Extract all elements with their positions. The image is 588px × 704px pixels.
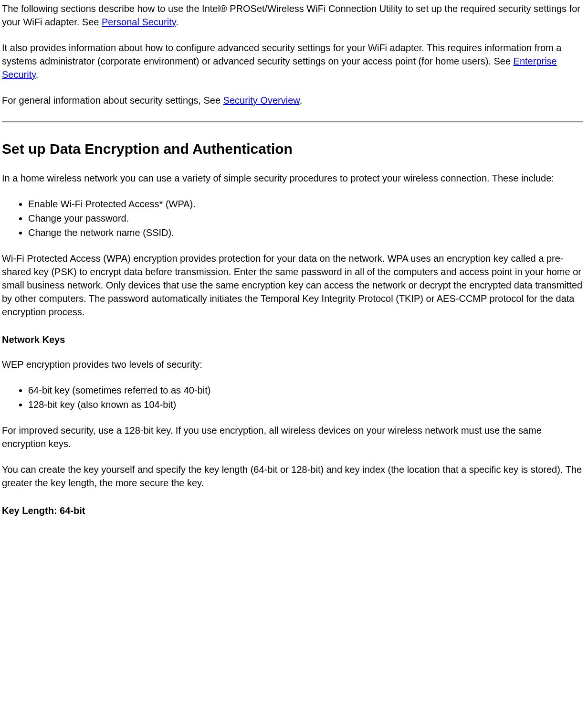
list-item: 128-bit key (also known as 104-bit) (28, 398, 583, 411)
section-intro: In a home wireless network you can use a… (2, 171, 583, 185)
intro-p3-text-a: For general information about security s… (2, 95, 223, 106)
security-overview-link[interactable]: Security Overview (223, 95, 300, 106)
personal-security-link[interactable]: Personal Security (102, 17, 176, 27)
intro-paragraph-2: It also provides information about how t… (2, 41, 583, 81)
intro-p3-text-b: . (300, 95, 303, 106)
network-keys-heading: Network Keys (2, 333, 583, 346)
list-item: 64-bit key (sometimes referred to as 40-… (28, 384, 583, 397)
wep-improved-paragraph: For improved security, use a 128-bit key… (2, 424, 583, 450)
wpa-paragraph: Wi-Fi Protected Access (WPA) encryption … (2, 252, 583, 319)
list-item: Enable Wi-Fi Protected Access* (WPA). (28, 197, 583, 211)
intro-paragraph-1: The following sections describe how to u… (2, 2, 583, 29)
intro-p1-text-b: . (176, 17, 178, 27)
list-item: Change your password. (28, 212, 583, 225)
key-length-heading: Key Length: 64-bit (2, 504, 583, 517)
procedures-list: Enable Wi-Fi Protected Access* (WPA). Ch… (2, 197, 583, 239)
intro-p2-text-a: It also provides information about how t… (2, 43, 561, 66)
intro-p2-text-b: . (36, 69, 39, 80)
section-heading: Set up Data Encryption and Authenticatio… (2, 139, 583, 159)
wep-intro: WEP encryption provides two levels of se… (2, 358, 583, 371)
list-item: Change the network name (SSID). (28, 226, 583, 239)
wep-levels-list: 64-bit key (sometimes referred to as 40-… (2, 384, 583, 411)
section-divider (2, 121, 583, 123)
wep-create-paragraph: You can create the key yourself and spec… (2, 463, 583, 490)
intro-p1-text-a: The following sections describe how to u… (2, 3, 580, 27)
intro-paragraph-3: For general information about security s… (2, 94, 583, 107)
